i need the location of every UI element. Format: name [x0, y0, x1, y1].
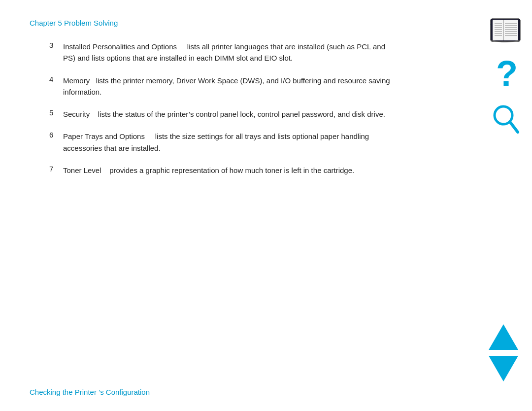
chapter-label: Chapter 5	[30, 19, 62, 27]
list-item: 6 Paper Trays and Options lists the size…	[49, 131, 394, 154]
item-term: Security	[63, 110, 90, 118]
item-term: Memory	[63, 76, 90, 85]
item-number: 7	[49, 165, 63, 173]
list-item: 5 Security lists the status of the print…	[49, 108, 394, 120]
item-term: Installed Personalities and Options	[63, 42, 177, 51]
question-mark-icon[interactable]: ?	[492, 55, 519, 94]
item-text: Toner Level provides a graphic represent…	[63, 165, 354, 176]
item-number: 5	[49, 108, 63, 117]
arrow-down-icon[interactable]	[489, 356, 518, 381]
item-term: Toner Level	[63, 166, 101, 174]
svg-line-19	[510, 122, 518, 132]
list-item: 7 Toner Level provides a graphic represe…	[49, 165, 394, 176]
svg-text:?: ?	[496, 55, 518, 93]
footer-text[interactable]: Checking the Printer ’s Configuration	[30, 388, 150, 396]
footer-link-text: Checking the Printer	[30, 388, 97, 396]
list-item: 4 Memory lists the printer memory, Drive…	[49, 75, 394, 98]
page-footer: Checking the Printer ’s Configuration	[30, 388, 150, 396]
item-text: Installed Personalities and Options list…	[63, 41, 394, 64]
item-number: 6	[49, 131, 63, 139]
item-term: Paper Trays and Options	[63, 132, 145, 140]
header-left: Chapter 5 Problem Solving	[30, 19, 118, 27]
item-text: Paper Trays and Options lists the size s…	[63, 131, 394, 154]
nav-arrows	[489, 324, 518, 381]
list-item: 3 Installed Personalities and Options li…	[49, 41, 394, 64]
main-content: 3 Installed Personalities and Options li…	[0, 27, 453, 176]
chapter-title: Problem Solving	[64, 19, 118, 27]
arrow-up-icon[interactable]	[489, 324, 518, 350]
book-icon[interactable]	[489, 15, 522, 45]
svg-rect-1	[493, 20, 518, 40]
magnifier-icon[interactable]	[491, 103, 520, 139]
item-text: Security lists the status of the printer…	[63, 108, 385, 120]
sidebar-icons: ?	[489, 10, 522, 139]
item-number: 4	[49, 75, 63, 83]
footer-link-suffix: ’s Configuration	[99, 388, 150, 396]
page-header: Chapter 5 Problem Solving 316	[0, 0, 532, 27]
item-number: 3	[49, 41, 63, 49]
item-text: Memory lists the printer memory, Driver …	[63, 75, 394, 98]
